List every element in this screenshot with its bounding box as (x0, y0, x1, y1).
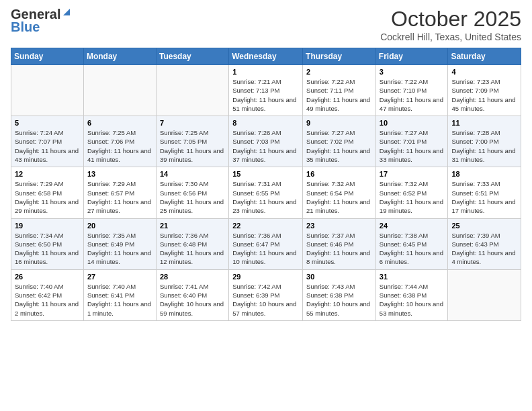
day-info: Sunrise: 7:35 AMSunset: 6:49 PMDaylight:… (87, 231, 152, 267)
day-info: Sunrise: 7:41 AMSunset: 6:40 PMDaylight:… (160, 282, 225, 318)
day-info: Sunrise: 7:36 AMSunset: 6:47 PMDaylight:… (232, 231, 299, 267)
logo-triangle-icon (62, 7, 71, 19)
col-monday: Monday (83, 48, 156, 65)
table-cell (448, 269, 521, 320)
day-number: 26 (15, 273, 80, 281)
logo-blue: Blue (11, 19, 40, 35)
day-number: 30 (306, 273, 372, 281)
day-number: 25 (451, 222, 517, 230)
calendar-week-row: 26Sunrise: 7:40 AMSunset: 6:42 PMDayligh… (11, 269, 521, 320)
day-info: Sunrise: 7:29 AMSunset: 6:58 PMDaylight:… (15, 179, 80, 215)
calendar-week-row: 1Sunrise: 7:21 AMSunset: 7:13 PMDaylight… (11, 65, 521, 116)
table-cell: 9Sunrise: 7:27 AMSunset: 7:02 PMDaylight… (303, 116, 376, 167)
calendar-header-row: Sunday Monday Tuesday Wednesday Thursday… (11, 48, 521, 65)
day-number: 3 (380, 68, 445, 76)
day-number: 27 (87, 273, 152, 281)
day-info: Sunrise: 7:24 AMSunset: 7:07 PMDaylight:… (15, 128, 80, 164)
day-number: 1 (232, 68, 299, 76)
day-number: 5 (15, 119, 80, 127)
table-cell: 24Sunrise: 7:38 AMSunset: 6:45 PMDayligh… (375, 218, 448, 269)
day-info: Sunrise: 7:29 AMSunset: 6:57 PMDaylight:… (87, 179, 152, 215)
day-info: Sunrise: 7:27 AMSunset: 7:01 PMDaylight:… (380, 128, 445, 164)
day-number: 31 (380, 273, 445, 281)
table-cell: 7Sunrise: 7:25 AMSunset: 7:05 PMDaylight… (156, 116, 228, 167)
page-header: General Blue October 2025 Cockrell Hill,… (11, 7, 521, 42)
day-number: 15 (232, 170, 299, 178)
day-info: Sunrise: 7:22 AMSunset: 7:11 PMDaylight:… (306, 77, 372, 113)
day-info: Sunrise: 7:42 AMSunset: 6:39 PMDaylight:… (232, 282, 299, 318)
day-info: Sunrise: 7:38 AMSunset: 6:45 PMDaylight:… (380, 231, 445, 267)
day-number: 13 (87, 170, 152, 178)
day-info: Sunrise: 7:33 AMSunset: 6:51 PMDaylight:… (451, 179, 517, 215)
day-info: Sunrise: 7:30 AMSunset: 6:56 PMDaylight:… (160, 179, 225, 215)
col-wednesday: Wednesday (229, 48, 303, 65)
day-info: Sunrise: 7:26 AMSunset: 7:03 PMDaylight:… (232, 128, 299, 164)
table-cell: 6Sunrise: 7:25 AMSunset: 7:06 PMDaylight… (83, 116, 156, 167)
table-cell: 14Sunrise: 7:30 AMSunset: 6:56 PMDayligh… (156, 167, 228, 218)
calendar-week-row: 19Sunrise: 7:34 AMSunset: 6:50 PMDayligh… (11, 218, 521, 269)
day-number: 14 (160, 170, 225, 178)
day-number: 6 (87, 119, 152, 127)
table-cell: 19Sunrise: 7:34 AMSunset: 6:50 PMDayligh… (11, 218, 84, 269)
day-number: 18 (451, 170, 517, 178)
day-number: 10 (380, 119, 445, 127)
calendar-week-row: 5Sunrise: 7:24 AMSunset: 7:07 PMDaylight… (11, 116, 521, 167)
table-cell: 13Sunrise: 7:29 AMSunset: 6:57 PMDayligh… (83, 167, 156, 218)
day-number: 12 (15, 170, 80, 178)
day-info: Sunrise: 7:32 AMSunset: 6:52 PMDaylight:… (380, 179, 445, 215)
day-info: Sunrise: 7:31 AMSunset: 6:55 PMDaylight:… (232, 179, 299, 215)
day-info: Sunrise: 7:40 AMSunset: 6:41 PMDaylight:… (87, 282, 152, 318)
calendar-week-row: 12Sunrise: 7:29 AMSunset: 6:58 PMDayligh… (11, 167, 521, 218)
table-cell: 30Sunrise: 7:43 AMSunset: 6:38 PMDayligh… (303, 269, 376, 320)
day-info: Sunrise: 7:27 AMSunset: 7:02 PMDaylight:… (306, 128, 372, 164)
day-number: 19 (15, 222, 80, 230)
day-number: 21 (160, 222, 225, 230)
day-number: 7 (160, 119, 225, 127)
day-number: 22 (232, 222, 299, 230)
day-number: 20 (87, 222, 152, 230)
day-number: 11 (451, 119, 517, 127)
table-cell (156, 65, 228, 116)
table-cell: 5Sunrise: 7:24 AMSunset: 7:07 PMDaylight… (11, 116, 84, 167)
day-number: 17 (380, 170, 445, 178)
table-cell: 28Sunrise: 7:41 AMSunset: 6:40 PMDayligh… (156, 269, 228, 320)
day-info: Sunrise: 7:22 AMSunset: 7:10 PMDaylight:… (380, 77, 445, 113)
day-number: 16 (306, 170, 372, 178)
table-cell: 8Sunrise: 7:26 AMSunset: 7:03 PMDaylight… (229, 116, 303, 167)
table-cell: 4Sunrise: 7:23 AMSunset: 7:09 PMDaylight… (448, 65, 521, 116)
table-cell: 17Sunrise: 7:32 AMSunset: 6:52 PMDayligh… (375, 167, 448, 218)
day-info: Sunrise: 7:36 AMSunset: 6:48 PMDaylight:… (160, 231, 225, 267)
table-cell: 20Sunrise: 7:35 AMSunset: 6:49 PMDayligh… (83, 218, 156, 269)
title-block: October 2025 Cockrell Hill, Texas, Unite… (380, 7, 521, 42)
table-cell: 22Sunrise: 7:36 AMSunset: 6:47 PMDayligh… (229, 218, 303, 269)
col-tuesday: Tuesday (156, 48, 228, 65)
day-info: Sunrise: 7:25 AMSunset: 7:06 PMDaylight:… (87, 128, 152, 164)
table-cell: 29Sunrise: 7:42 AMSunset: 6:39 PMDayligh… (229, 269, 303, 320)
day-info: Sunrise: 7:34 AMSunset: 6:50 PMDaylight:… (15, 231, 80, 267)
day-info: Sunrise: 7:37 AMSunset: 6:46 PMDaylight:… (306, 231, 372, 267)
calendar-table: Sunday Monday Tuesday Wednesday Thursday… (11, 48, 521, 321)
col-thursday: Thursday (303, 48, 376, 65)
day-info: Sunrise: 7:43 AMSunset: 6:38 PMDaylight:… (306, 282, 372, 318)
month-title: October 2025 (380, 7, 521, 32)
table-cell: 23Sunrise: 7:37 AMSunset: 6:46 PMDayligh… (303, 218, 376, 269)
location-subtitle: Cockrell Hill, Texas, United States (380, 32, 521, 42)
table-cell: 27Sunrise: 7:40 AMSunset: 6:41 PMDayligh… (83, 269, 156, 320)
day-number: 29 (232, 273, 299, 281)
table-cell: 2Sunrise: 7:22 AMSunset: 7:11 PMDaylight… (303, 65, 376, 116)
table-cell: 11Sunrise: 7:28 AMSunset: 7:00 PMDayligh… (448, 116, 521, 167)
table-cell: 18Sunrise: 7:33 AMSunset: 6:51 PMDayligh… (448, 167, 521, 218)
day-number: 23 (306, 222, 372, 230)
day-number: 2 (306, 68, 372, 76)
table-cell: 31Sunrise: 7:44 AMSunset: 6:38 PMDayligh… (375, 269, 448, 320)
svg-marker-0 (63, 9, 70, 15)
table-cell (11, 65, 84, 116)
col-sunday: Sunday (11, 48, 84, 65)
table-cell: 3Sunrise: 7:22 AMSunset: 7:10 PMDaylight… (375, 65, 448, 116)
day-info: Sunrise: 7:28 AMSunset: 7:00 PMDaylight:… (451, 128, 517, 164)
table-cell: 25Sunrise: 7:39 AMSunset: 6:43 PMDayligh… (448, 218, 521, 269)
day-info: Sunrise: 7:40 AMSunset: 6:42 PMDaylight:… (15, 282, 80, 318)
table-cell: 16Sunrise: 7:32 AMSunset: 6:54 PMDayligh… (303, 167, 376, 218)
col-saturday: Saturday (448, 48, 521, 65)
table-cell: 1Sunrise: 7:21 AMSunset: 7:13 PMDaylight… (229, 65, 303, 116)
